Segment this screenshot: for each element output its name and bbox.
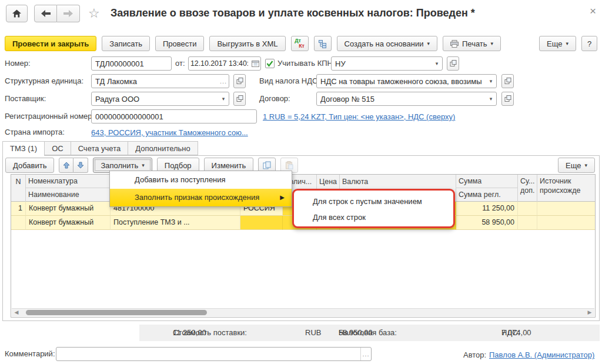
menu-item-fill-origin[interactable]: Заполнить признак происхождения ▶ <box>110 189 292 206</box>
cell-origin-source[interactable] <box>537 216 596 230</box>
submenu-item-all-rows[interactable]: Для всех строк <box>294 209 453 225</box>
cell-n[interactable] <box>11 216 26 230</box>
dtkt-postings-button[interactable]: Дт Кт <box>291 36 309 51</box>
open-icon <box>236 78 243 85</box>
chevron-down-icon: ▾ <box>584 162 587 168</box>
grid-more-button[interactable]: Еще ▾ <box>558 158 595 173</box>
structure-icon <box>318 39 327 48</box>
back-button[interactable] <box>34 5 57 22</box>
chevron-down-icon: ▾ <box>566 41 568 46</box>
contract-input[interactable] <box>317 95 486 103</box>
add-row-button[interactable]: Добавить <box>5 158 54 173</box>
help-button[interactable]: ? <box>581 36 597 51</box>
kpn-open-button[interactable] <box>447 56 459 71</box>
menu-item-add-from-receipt[interactable]: Добавить из поступления <box>110 171 292 189</box>
dropdown-icon[interactable]: ▾ <box>432 57 442 70</box>
supplier-field[interactable]: ▾ <box>91 92 229 106</box>
column-header-sum-add[interactable]: Су... доп. <box>518 175 537 202</box>
vat-kind-open-button[interactable] <box>501 74 514 88</box>
unit-field[interactable]: ... <box>91 74 229 88</box>
cell-name[interactable]: Конверт бумажный <box>26 216 111 230</box>
kpn-checkbox[interactable] <box>265 59 275 68</box>
calendar-icon[interactable] <box>250 57 260 70</box>
print-button[interactable]: Печать ▾ <box>443 36 501 51</box>
save-button[interactable]: Записать <box>102 36 150 51</box>
vat-kind-label: Вид налога НДС: <box>259 74 320 88</box>
home-button[interactable] <box>6 5 28 22</box>
move-up-button[interactable] <box>59 158 73 173</box>
column-header-sum[interactable]: Сумма Сумма регл. <box>456 175 518 202</box>
scroll-right-icon[interactable]: ▶ <box>585 309 594 316</box>
tab-tmz[interactable]: ТМЗ (1) <box>2 141 45 156</box>
move-down-button[interactable] <box>73 158 88 173</box>
unit-input[interactable] <box>92 77 218 86</box>
comment-field[interactable]: ... <box>56 347 372 361</box>
column-header-n[interactable]: N <box>11 175 26 202</box>
vat-kind-input[interactable] <box>317 77 486 86</box>
regnum-input[interactable] <box>92 112 256 121</box>
date-field[interactable] <box>188 56 261 71</box>
checkmark-icon <box>266 61 273 67</box>
choose-ellipsis-icon[interactable]: ... <box>218 75 229 88</box>
regnum-field[interactable] <box>91 109 257 123</box>
comment-ellipsis-icon[interactable]: ... <box>360 348 371 360</box>
export-xml-button[interactable]: Выгрузить в XML <box>209 36 285 51</box>
cell-origin-source[interactable] <box>537 202 596 216</box>
supplier-input[interactable] <box>92 95 218 103</box>
column-header-nomenclature[interactable]: Номенклатура Наименование <box>26 175 111 202</box>
menu-item-label: Заполнить признак происхождения <box>135 193 259 202</box>
column-label: Источник происхожде <box>537 175 596 197</box>
regnum-label: Регистрационный номер: <box>5 109 94 123</box>
delivery-cost-value: 11 250,00 <box>173 325 206 341</box>
forward-button[interactable] <box>57 5 80 22</box>
post-and-close-button[interactable]: Провести и закрыть <box>5 36 96 51</box>
kpn-field[interactable]: ▾ <box>331 56 443 71</box>
vat-kind-field[interactable]: ▾ <box>316 74 497 88</box>
cell-sum-add[interactable] <box>518 216 537 230</box>
contract-open-button[interactable] <box>501 92 514 106</box>
favorite-star-icon[interactable]: ☆ <box>88 6 100 21</box>
number-input[interactable] <box>92 59 171 68</box>
column-label: N <box>11 175 25 189</box>
cell-nomenclature[interactable]: Конверт бумажный <box>26 202 111 216</box>
column-header-origin-source[interactable]: Источник происхожде <box>537 175 596 202</box>
exchange-rate-link[interactable]: 1 RUB = 5,24 KZT, Тип цен: <не указан>, … <box>263 112 455 121</box>
history-nav-group <box>34 5 80 22</box>
open-icon <box>504 78 511 85</box>
horizontal-scrollbar[interactable]: ◀ ▶ <box>12 308 594 316</box>
post-button[interactable]: Провести <box>155 36 205 51</box>
close-icon[interactable]: × <box>590 5 596 18</box>
submenu-item-empty-rows[interactable]: Для строк с пустым значением <box>294 193 453 209</box>
import-country-label: Страна импорта: <box>5 125 65 139</box>
cell-n[interactable]: 1 <box>11 202 26 216</box>
tab-additional[interactable]: Дополнительно <box>128 141 198 155</box>
import-country-link[interactable]: 643, РОССИЯ, участник Таможенного сою... <box>91 128 248 137</box>
scroll-left-icon[interactable]: ◀ <box>12 309 21 316</box>
dropdown-icon[interactable]: ▾ <box>486 92 496 105</box>
scrollbar-thumb[interactable] <box>26 310 207 315</box>
unit-open-button[interactable] <box>233 74 246 88</box>
create-based-on-button[interactable]: Создать на основании ▾ <box>337 36 437 51</box>
cell-sum[interactable]: 11 250,00 <box>456 202 518 216</box>
author-link[interactable]: Павлов А.В. (Администратор) <box>489 350 594 359</box>
cell-receipt-doc[interactable]: Поступление ТМЗ и ... <box>111 216 240 230</box>
more-actions-button[interactable]: Еще ▾ <box>539 36 576 51</box>
number-field[interactable] <box>91 56 172 71</box>
tab-os[interactable]: ОС <box>45 141 71 155</box>
tab-accounts[interactable]: Счета учета <box>71 141 129 155</box>
supplier-open-button[interactable] <box>233 92 246 106</box>
comment-input[interactable] <box>56 350 360 359</box>
dropdown-icon[interactable]: ▾ <box>486 75 496 88</box>
tab-bar: ТМЗ (1) ОС Счета учета Дополнительно <box>2 141 198 156</box>
contract-field[interactable]: ▾ <box>316 92 497 106</box>
kpn-input[interactable] <box>332 59 432 68</box>
dropdown-icon[interactable]: ▾ <box>218 92 229 105</box>
author-label: Автор: <box>463 348 486 362</box>
cell-sum-reg[interactable]: 58 950,00 <box>456 216 518 230</box>
document-structure-button[interactable] <box>314 36 332 51</box>
dtkt-icon: Дт Кт <box>295 38 305 49</box>
date-input[interactable] <box>189 59 250 68</box>
cell-sum-add[interactable] <box>518 202 537 216</box>
column-label: Сумма <box>456 175 517 188</box>
cell-country[interactable] <box>240 216 283 230</box>
